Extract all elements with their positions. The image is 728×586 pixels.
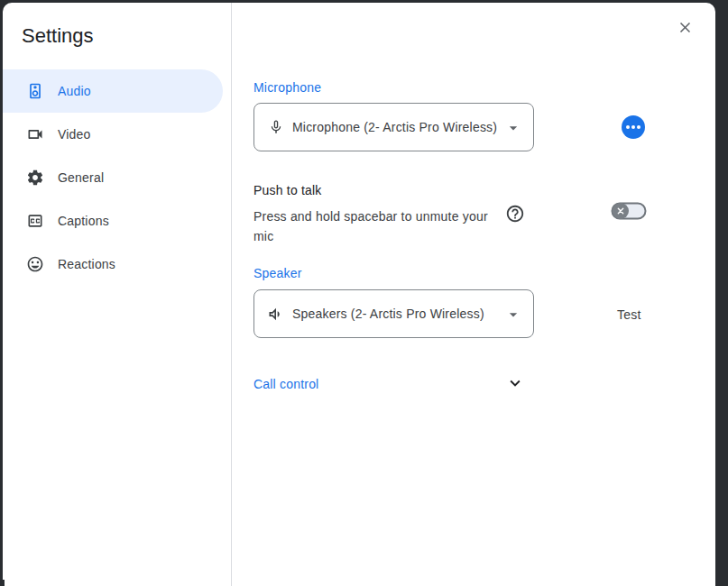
sidebar-item-label: Audio xyxy=(58,84,91,98)
gear-icon xyxy=(26,169,44,187)
sidebar-item-label: Captions xyxy=(58,214,109,228)
sidebar-item-label: General xyxy=(58,170,104,185)
speaker-icon xyxy=(26,82,44,100)
audio-settings-panel: Microphone Microphone (2- Arctis Pro Wir… xyxy=(232,3,715,586)
mic-more-options-button[interactable] xyxy=(622,115,645,139)
speaker-select[interactable]: Speakers (2- Arctis Pro Wireless) xyxy=(253,289,534,338)
sidebar-item-captions[interactable]: Captions xyxy=(3,199,223,243)
settings-nav: Audio Video General Captions xyxy=(3,69,231,286)
microphone-label: Microphone xyxy=(253,80,321,95)
dropdown-arrow-icon xyxy=(504,119,522,137)
smiley-icon xyxy=(26,255,44,273)
close-button[interactable] xyxy=(677,19,694,36)
sidebar-item-audio[interactable]: Audio xyxy=(3,69,223,113)
chevron-down-icon[interactable] xyxy=(505,373,525,393)
dropdown-arrow-icon xyxy=(504,306,522,324)
sidebar-item-label: Reactions xyxy=(58,257,115,271)
sidebar-item-general[interactable]: General xyxy=(3,156,223,199)
speaker-label: Speaker xyxy=(253,266,302,280)
call-control-label[interactable]: Call control xyxy=(253,377,318,391)
dialog-title: Settings xyxy=(22,23,231,50)
captions-icon xyxy=(26,212,44,230)
microphone-select[interactable]: Microphone (2- Arctis Pro Wireless) xyxy=(253,103,534,151)
volume-icon xyxy=(267,305,285,323)
settings-sidebar: Settings Audio Video General xyxy=(3,3,232,586)
sidebar-item-reactions[interactable]: Reactions xyxy=(3,243,223,286)
sidebar-item-video[interactable]: Video xyxy=(3,113,223,156)
close-icon xyxy=(677,19,694,36)
push-to-talk-toggle[interactable] xyxy=(611,201,647,221)
sidebar-item-label: Video xyxy=(58,127,91,142)
push-to-talk-title: Push to talk xyxy=(253,183,322,197)
mic-icon xyxy=(267,118,285,136)
microphone-value: Microphone (2- Arctis Pro Wireless) xyxy=(292,120,497,134)
help-icon[interactable] xyxy=(505,204,525,224)
push-to-talk-description: Press and hold spacebar to unmute your m… xyxy=(253,206,490,246)
settings-dialog: Settings Audio Video General xyxy=(3,3,715,586)
speaker-test-button[interactable]: Test xyxy=(617,307,640,322)
videocam-icon xyxy=(26,125,44,143)
speaker-value: Speakers (2- Arctis Pro Wireless) xyxy=(292,307,484,321)
cursor-artifact xyxy=(0,580,5,586)
